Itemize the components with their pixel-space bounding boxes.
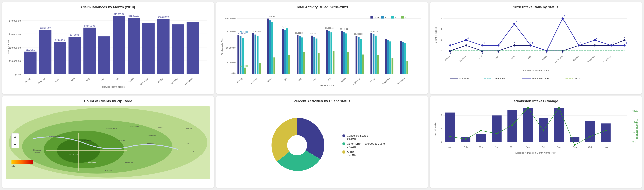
bar-jan-2023 bbox=[244, 68, 246, 74]
svg-text:69,578.80: 69,578.80 bbox=[310, 32, 318, 34]
bar-february bbox=[39, 30, 51, 74]
svg-point-129 bbox=[623, 44, 626, 47]
svg-point-108 bbox=[449, 44, 451, 47]
svg-point-179 bbox=[512, 124, 513, 126]
bar-dec-2021 bbox=[402, 42, 404, 74]
svg-text:Mar: Mar bbox=[479, 146, 484, 148]
bar-july bbox=[113, 16, 125, 74]
svg-text:July: July bbox=[115, 77, 120, 81]
svg-text:November: November bbox=[587, 55, 596, 63]
svg-text:0.00: 0.00 bbox=[231, 72, 236, 74]
svg-text:111,054.84: 111,054.84 bbox=[265, 15, 275, 18]
bar-nov-2020 bbox=[385, 39, 387, 74]
bar-feb-2023 bbox=[259, 63, 260, 74]
pie-area: Cancelled Status' 36.69% Other=Error Rev… bbox=[220, 105, 424, 186]
svg-point-178 bbox=[496, 133, 498, 134]
svg-text:September: September bbox=[140, 77, 149, 86]
svg-text:$24,050.0: $24,050.0 bbox=[55, 39, 65, 41]
svg-text:April: April bbox=[70, 77, 75, 82]
admission-intakes-title: admission Intakes Change bbox=[514, 99, 558, 103]
bar-nov-2023 bbox=[391, 58, 393, 74]
bar-sep-2020 bbox=[355, 36, 357, 74]
bar-december bbox=[187, 22, 199, 74]
svg-text:February: February bbox=[459, 55, 467, 62]
legend-dot-cancelled bbox=[342, 134, 345, 137]
svg-rect-163 bbox=[11, 160, 33, 164]
svg-text:August: August bbox=[340, 77, 346, 83]
bar-oct-2021 bbox=[373, 34, 374, 74]
bar-mar-2020 bbox=[267, 19, 269, 74]
svg-text:0: 0 bbox=[450, 52, 451, 54]
svg-text:March: March bbox=[267, 77, 272, 83]
bar-may bbox=[83, 28, 96, 74]
svg-text:1: 1 bbox=[594, 41, 596, 44]
svg-text:74,327.15: 74,327.15 bbox=[369, 30, 378, 32]
bar-jul-2023 bbox=[333, 51, 334, 74]
bar-dec-2022 bbox=[404, 43, 406, 74]
total-activity-card: Total Activity Billed_2020–2023 100,000.… bbox=[216, 2, 428, 94]
svg-text:68,965.80: 68,965.80 bbox=[354, 33, 362, 35]
bar-january bbox=[24, 52, 37, 74]
svg-text:February: February bbox=[250, 77, 258, 84]
svg-text:January: January bbox=[236, 77, 243, 84]
map-label-gallatin: Gallatin bbox=[158, 126, 165, 128]
pie-svg bbox=[257, 112, 342, 178]
svg-text:6: 6 bbox=[441, 17, 442, 20]
svg-text:0: 0 bbox=[546, 52, 547, 54]
bar-jul-2022 bbox=[330, 32, 332, 74]
svg-text:+: + bbox=[14, 135, 16, 140]
bar-aug-2020 bbox=[341, 31, 343, 74]
svg-text:Intake Call Month Name: Intake Call Month Name bbox=[523, 69, 549, 72]
svg-text:June: June bbox=[312, 77, 317, 82]
svg-text:% Change of Intakes: % Change of Intakes bbox=[636, 119, 639, 139]
svg-point-106 bbox=[623, 39, 626, 41]
svg-point-86 bbox=[465, 44, 467, 47]
svg-point-92 bbox=[513, 44, 516, 47]
clients-by-zip-card: Count of Clients by Zip Code bbox=[2, 96, 214, 188]
svg-point-176 bbox=[465, 138, 466, 140]
svg-text:0: 0 bbox=[482, 52, 483, 54]
svg-text:Oct: Oct bbox=[588, 146, 592, 148]
map-area: Nashville Pleasant View Greenbrier Galla… bbox=[6, 105, 210, 186]
claim-balances-title: Claim Balances by Month (2019) bbox=[81, 5, 135, 9]
total-activity-title: Total Activity Billed_2020–2023 bbox=[296, 5, 348, 9]
bar-sep-admission bbox=[570, 137, 579, 142]
svg-point-182 bbox=[558, 107, 560, 108]
svg-text:November: November bbox=[382, 77, 390, 85]
map-label-hartsville: Hartsville bbox=[185, 127, 192, 130]
percent-activities-card: Percent Activities by Client Status bbox=[216, 96, 428, 188]
bar-jul-2021 bbox=[328, 31, 330, 74]
bar-mar-admission bbox=[476, 134, 486, 142]
svg-text:5: 5 bbox=[516, 20, 517, 23]
bar-oct-admission bbox=[585, 121, 595, 142]
svg-text:September: September bbox=[554, 55, 564, 63]
svg-text:1: 1 bbox=[514, 41, 515, 44]
dashboard: Claim Balances by Month (2019) $40,000.0… bbox=[0, 0, 644, 190]
svg-point-177 bbox=[480, 130, 482, 131]
bar-aug-2022 bbox=[345, 33, 347, 74]
svg-rect-70 bbox=[381, 16, 384, 19]
svg-text:4: 4 bbox=[441, 27, 442, 30]
pie-legend: Cancelled Status' 36.69% Other=Error Rev… bbox=[342, 134, 387, 156]
svg-text:2020: 2020 bbox=[374, 16, 379, 19]
svg-text:1: 1 bbox=[626, 42, 627, 44]
svg-text:$0.00: $0.00 bbox=[15, 73, 21, 76]
svg-text:50,000.00: 50,000.00 bbox=[226, 47, 236, 49]
admission-intakes-card: admission Intakes Change 10 5 0 600% 400… bbox=[430, 96, 642, 188]
svg-text:Jun: Jun bbox=[526, 146, 530, 148]
svg-text:1: 1 bbox=[466, 41, 467, 44]
bar-may-2021 bbox=[299, 36, 300, 74]
svg-text:Jul: Jul bbox=[542, 146, 545, 148]
svg-point-123 bbox=[578, 44, 580, 47]
svg-text:80,609.23: 80,609.23 bbox=[325, 27, 333, 29]
svg-text:May: May bbox=[510, 146, 515, 148]
svg-text:2: 2 bbox=[441, 38, 442, 41]
legend-label-show: Show 36.09% bbox=[347, 150, 356, 156]
bar-oct-2022 bbox=[375, 36, 376, 74]
bar-sep-2022 bbox=[360, 39, 361, 74]
svg-point-180 bbox=[527, 107, 529, 108]
svg-text:$41,925.00: $41,925.00 bbox=[128, 15, 139, 17]
bar-apr-admission bbox=[492, 115, 502, 142]
map-label-la-vergne: La Vergne bbox=[104, 169, 112, 171]
legend-label-cancelled: Cancelled Status' 36.69% bbox=[347, 134, 368, 140]
